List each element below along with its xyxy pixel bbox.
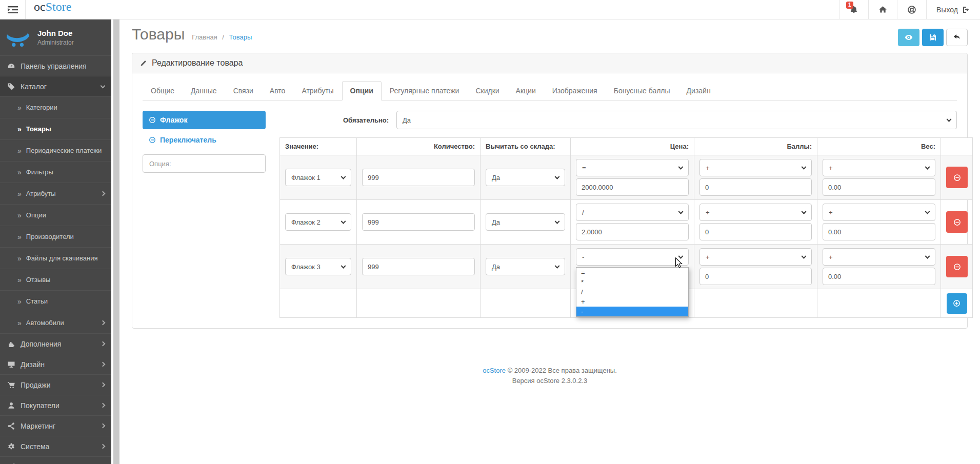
weight-operator-select[interactable]: + [823, 204, 935, 221]
sidebar-scrollbar-thumb[interactable] [113, 19, 119, 464]
quantity-input[interactable]: 999 [362, 213, 475, 231]
sidebar-item-reviews[interactable]: » Отзывы [0, 269, 111, 290]
points-operator-select[interactable]: + [699, 159, 812, 176]
option-value-row: Флажок 3 999 Да - = * / [280, 245, 973, 289]
dropdown-option-multiply[interactable]: * [576, 277, 688, 287]
breadcrumb-current-link[interactable]: Товары [229, 33, 252, 41]
price-operator-select[interactable]: - [576, 248, 689, 266]
sidebar-item-attributes[interactable]: » Атрибуты [0, 183, 111, 204]
app-logo[interactable]: ocStore [26, 0, 79, 19]
sidebar-item-articles[interactable]: » Статьи [0, 290, 111, 312]
weight-operator-select[interactable]: + [823, 159, 935, 176]
option-item-switcher[interactable]: Переключатель [143, 131, 266, 149]
value-select[interactable]: Флажок 3 [285, 258, 351, 275]
home-button[interactable] [868, 0, 897, 19]
sidebar-item-sales[interactable]: Продажи [0, 374, 111, 395]
chevron-down-icon [341, 264, 346, 269]
sidebar-item-recurring[interactable]: » Периодические платежи [0, 139, 111, 161]
remove-row-button[interactable] [946, 211, 968, 233]
sidebar-item-reports[interactable]: Отчеты [0, 456, 111, 464]
add-row-button[interactable] [947, 293, 967, 314]
sidebar-item-design[interactable]: Дизайн [0, 354, 111, 374]
quantity-input[interactable]: 999 [362, 258, 475, 275]
sidebar-item-extensions[interactable]: Дополнения [0, 333, 111, 354]
tab-discounts[interactable]: Скидки [467, 81, 507, 100]
dropdown-option-plus[interactable]: + [576, 297, 688, 307]
preview-button[interactable] [898, 29, 919, 46]
tab-general[interactable]: Общие [143, 81, 183, 100]
weight-operator-select[interactable]: + [823, 248, 935, 266]
option-autocomplete-input[interactable] [143, 154, 266, 173]
sidebar-item-marketing[interactable]: Маркетинг [0, 415, 111, 436]
sidebar-item-cars[interactable]: » Автомобили [0, 312, 111, 333]
sidebar-item-label: Файлы для скачивания [26, 254, 98, 262]
price-input[interactable]: 2.0000 [576, 223, 689, 240]
monitor-icon [7, 360, 15, 369]
points-operator-select[interactable]: + [699, 248, 812, 266]
breadcrumb-home-link[interactable]: Главная [192, 33, 217, 41]
points-value: 0 [705, 273, 709, 280]
points-input[interactable]: 0 [699, 268, 812, 285]
dashboard-icon [7, 62, 15, 70]
tab-recurring[interactable]: Регулярные платежи [382, 81, 468, 100]
tab-images[interactable]: Изображения [544, 81, 606, 100]
quantity-input[interactable]: 999 [362, 169, 475, 186]
sidebar-item-label: Автомобили [26, 319, 64, 327]
sidebar-item-filters[interactable]: » Фильтры [0, 161, 111, 183]
tab-reward-points[interactable]: Бонусные баллы [606, 81, 678, 100]
points-operator-select[interactable]: + [699, 204, 812, 221]
remove-row-button[interactable] [946, 256, 968, 277]
dropdown-option-minus[interactable]: - [576, 307, 688, 316]
sidebar-item-products[interactable]: » Товары [0, 118, 111, 139]
chevron-down-icon [925, 209, 930, 214]
tab-design[interactable]: Дизайн [678, 81, 719, 100]
price-operator-select[interactable]: = [576, 159, 689, 176]
notifications-button[interactable]: 1 [839, 0, 868, 19]
chevron-down-icon [678, 209, 684, 214]
required-select[interactable]: Да [396, 111, 957, 129]
breadcrumb: Главная / Товары [192, 33, 252, 41]
subtract-select[interactable]: Да [486, 213, 565, 231]
weight-input[interactable]: 0.00 [823, 178, 935, 196]
help-button[interactable] [897, 0, 926, 19]
sidebar-item-catalog[interactable]: Каталог [0, 76, 111, 96]
price-input[interactable]: 2000.0000 [576, 178, 689, 196]
logout-button[interactable]: Выход [926, 0, 980, 19]
sidebar-item-manufacturers[interactable]: » Производители [0, 226, 111, 247]
chevron-down-icon [925, 254, 930, 259]
subtract-select[interactable]: Да [486, 258, 565, 275]
tab-options[interactable]: Опции [342, 81, 382, 100]
tab-specials[interactable]: Акции [508, 81, 544, 100]
points-input[interactable]: 0 [699, 178, 812, 196]
sidebar-item-system[interactable]: Система [0, 436, 111, 456]
option-item-checkbox[interactable]: Флажок [143, 111, 266, 129]
sidebar-item-categories[interactable]: » Категории [0, 96, 111, 118]
sidebar-item-dashboard[interactable]: Панель управления [0, 55, 111, 76]
life-ring-icon [907, 5, 916, 14]
weight-input[interactable]: 0.00 [823, 268, 935, 285]
sidebar-item-downloads[interactable]: » Файлы для скачивания [0, 247, 111, 269]
value-select[interactable]: Флажок 2 [285, 213, 351, 231]
sidebar-toggle-button[interactable] [0, 0, 26, 19]
sidebar-item-label: Продажи [21, 381, 50, 389]
back-button[interactable] [946, 29, 968, 46]
dropdown-option-divide[interactable]: / [576, 287, 688, 297]
tab-attributes[interactable]: Атрибуты [293, 81, 342, 100]
tab-data[interactable]: Данные [183, 81, 225, 100]
sidebar-item-options[interactable]: » Опции [0, 204, 111, 226]
points-input[interactable]: 0 [699, 223, 812, 240]
tab-auto[interactable]: Авто [262, 81, 294, 100]
footer-ocstore-link[interactable]: ocStore [483, 367, 506, 374]
dropdown-option-equals[interactable]: = [576, 268, 688, 277]
chevron-right-icon [101, 403, 106, 408]
price-operator-select[interactable]: / [576, 204, 689, 221]
remove-row-button[interactable] [946, 167, 968, 188]
subtract-select[interactable]: Да [486, 169, 565, 186]
weight-input[interactable]: 0.00 [823, 223, 935, 240]
minus-circle-icon [149, 136, 156, 144]
sidebar-item-customers[interactable]: Покупатели [0, 395, 111, 415]
price-operator-value: - [582, 253, 584, 261]
save-button[interactable] [922, 29, 944, 46]
tab-links[interactable]: Связи [225, 81, 262, 100]
value-select[interactable]: Флажок 1 [285, 169, 351, 186]
